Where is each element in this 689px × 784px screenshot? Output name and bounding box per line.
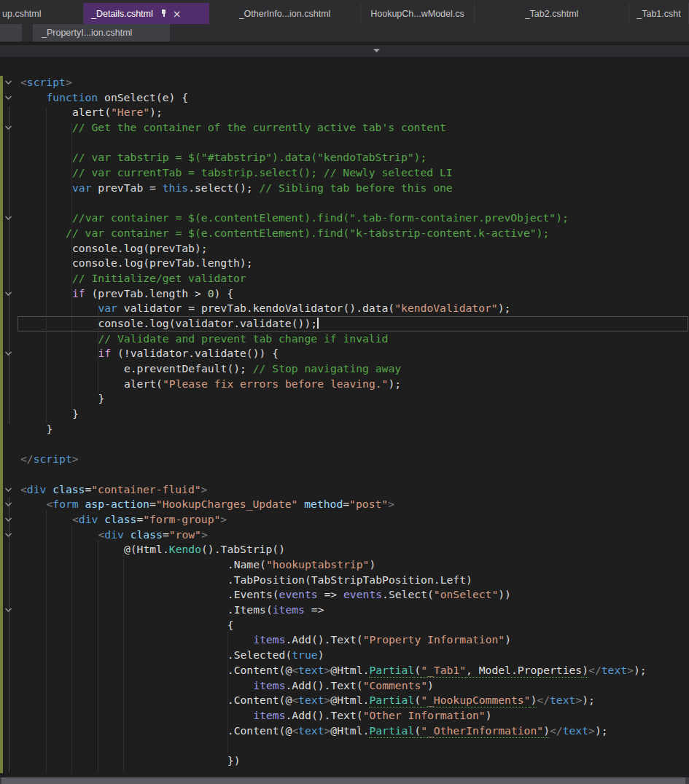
code-line[interactable]: </script> [0, 452, 689, 467]
code-line[interactable]: <div class="container-fluid"> [0, 482, 689, 498]
doc-tab-tab2-cshtml[interactable]: _Tab2.cshtml [475, 3, 629, 24]
code-line[interactable]: console.log(prevTab); [0, 241, 689, 256]
code-token: items [253, 709, 285, 721]
code-line[interactable] [0, 196, 689, 211]
fold-chevron-icon[interactable] [4, 291, 13, 297]
code-token: { [227, 619, 234, 631]
code-line[interactable]: if (prevTab.length > 0) { [0, 286, 689, 302]
code-line[interactable]: alert("Please fix errors before leaving.… [0, 377, 689, 392]
code-line[interactable]: { [0, 618, 689, 633]
fold-chevron-icon[interactable] [4, 608, 13, 614]
code-line[interactable]: var prevTab = this.select(); // Sibling … [0, 181, 689, 196]
horizontal-scrollbar[interactable] [0, 777, 689, 784]
code-line[interactable]: // Validate and prevent tab change if in… [0, 332, 689, 347]
code-token: > [220, 513, 227, 525]
fold-chevron-icon[interactable] [4, 216, 13, 222]
code-line[interactable]: <form asp-action="HookupCharges_Update" … [0, 497, 689, 512]
code-line[interactable]: items.Add().Text("Other Information") [0, 708, 689, 724]
code-line[interactable] [0, 437, 689, 452]
code-line[interactable]: .Content(@<text>@Html.Partial("_Tab1", M… [0, 663, 689, 678]
code-token: < [46, 498, 52, 510]
pin-icon[interactable] [160, 9, 168, 18]
code-token: e.preventDefault(); [124, 362, 253, 375]
code-editor[interactable]: <script>function onSelect(e) {alert("Her… [0, 57, 689, 769]
code-line[interactable]: } [0, 391, 689, 407]
code-token: > [66, 76, 72, 88]
fold-chevron-icon[interactable] [4, 351, 13, 357]
code-line[interactable]: .Name("hookuptabstrip") [0, 557, 689, 573]
code-line[interactable]: // var container = $(e.contentElement).f… [0, 226, 689, 241]
code-line[interactable]: <script> [0, 75, 689, 90]
code-line[interactable]: .Selected(true) [0, 648, 689, 663]
code-line[interactable]: if (!validator.validate()) { [0, 346, 689, 361]
fold-chevron-icon[interactable] [4, 487, 13, 493]
code-line[interactable]: alert("Here"); [0, 105, 689, 120]
code-token: < [292, 694, 298, 706]
doc-tab-propertyi-ion-cshtml[interactable]: _PropertyI...ion.cshtml [33, 24, 170, 42]
code-line[interactable]: // Get the container of the currently ac… [0, 120, 689, 136]
code-line[interactable]: // Initialize/get validator [0, 271, 689, 286]
code-line[interactable]: items.Add().Text("Comments") [0, 678, 689, 694]
doc-tab-details-cshtml[interactable]: _Details.cshtml× [84, 3, 209, 24]
code-token: this [163, 181, 188, 194]
code-line[interactable]: <div class="row"> [0, 528, 689, 543]
code-token: var [98, 302, 117, 314]
code-line[interactable]: console.log(validator.validate()); [0, 316, 689, 332]
code-token: text [563, 724, 588, 737]
code-line[interactable]: function onSelect(e) { [0, 90, 689, 106]
code-line[interactable]: } [0, 422, 689, 437]
code-token: true [292, 648, 317, 661]
editor-top-band [0, 45, 689, 57]
code-line[interactable]: // var currentTab = tabstrip.select(); /… [0, 165, 689, 181]
code-token: console.log(prevTab); [72, 242, 208, 254]
code-token: function [46, 91, 98, 103]
code-line[interactable]: e.preventDefault(); // Stop navigating a… [0, 361, 689, 377]
code-token: ) [369, 558, 375, 571]
code-line[interactable]: }) [0, 753, 689, 769]
code-token: "kendoValidator" [394, 302, 497, 314]
fold-chevron-icon[interactable] [4, 95, 13, 101]
code-token: // var tabstrip = $("#tabstrip").data("k… [72, 151, 427, 163]
fold-chevron-icon[interactable] [4, 80, 13, 86]
code-line[interactable]: } [0, 407, 689, 422]
horizontal-scrollbar-thumb[interactable] [1, 777, 685, 784]
code-line[interactable]: <div class="form-group"> [0, 512, 689, 528]
fold-chevron-icon[interactable] [4, 125, 13, 131]
code-line[interactable] [0, 738, 689, 753]
code-token: ) [543, 724, 550, 738]
code-token: script [27, 76, 66, 88]
chevron-down-icon[interactable] [373, 49, 380, 52]
code-line[interactable]: .Content(@<text>@Html.Partial("_OtherInf… [0, 724, 689, 739]
doc-tab-tab1-csht[interactable]: _Tab1.csht [629, 3, 689, 24]
code-line[interactable]: // var tabstrip = $("#tabstrip").data("k… [0, 150, 689, 165]
code-line[interactable]: @(Html.Kendo().TabStrip() [0, 542, 689, 557]
doc-tab-up-cshtml[interactable]: up.cshtml [0, 3, 84, 24]
code-token: div [104, 528, 124, 541]
doc-tab-otherinfo-ion-cshtml[interactable]: _OtherInfo...ion.cshtml [209, 3, 361, 24]
close-icon[interactable]: × [173, 9, 182, 19]
code-token: ) [318, 648, 324, 661]
tab-label: _OtherInfo...ion.cshtml [239, 9, 331, 19]
code-token: } [46, 423, 52, 435]
clipped-tab-stub[interactable] [0, 24, 22, 42]
code-line[interactable]: .Events(events => events.Select("onSelec… [0, 587, 689, 603]
code-token: .Name( [227, 558, 266, 571]
code-line[interactable]: .Content(@<text>@Html.Partial("_HookupCo… [0, 693, 689, 708]
code-line[interactable]: items.Add().Text("Property Information") [0, 632, 689, 648]
code-line[interactable] [0, 136, 689, 151]
code-line[interactable]: .TabPosition(TabStripTabPosition.Left) [0, 573, 689, 588]
code-line[interactable] [0, 467, 689, 482]
code-line[interactable]: .Items(items => [0, 603, 689, 618]
fold-chevron-icon[interactable] [4, 517, 13, 523]
code-line[interactable]: //var container = $(e.contentElement).fi… [0, 211, 689, 226]
fold-chevron-icon[interactable] [4, 533, 13, 538]
code-token: div [79, 513, 98, 525]
code-line[interactable]: var validator = prevTab.kendoValidator()… [0, 301, 689, 316]
fold-chevron-icon[interactable] [4, 502, 13, 508]
code-token: ); [149, 106, 163, 118]
doc-tab-hookupch-wmodel-cs[interactable]: HookupCh...wModel.cs [361, 3, 475, 24]
code-token: text [602, 664, 627, 676]
code-line[interactable]: console.log(prevTab.length); [0, 256, 689, 271]
code-token: events [279, 588, 318, 600]
code-token: text [298, 664, 324, 676]
